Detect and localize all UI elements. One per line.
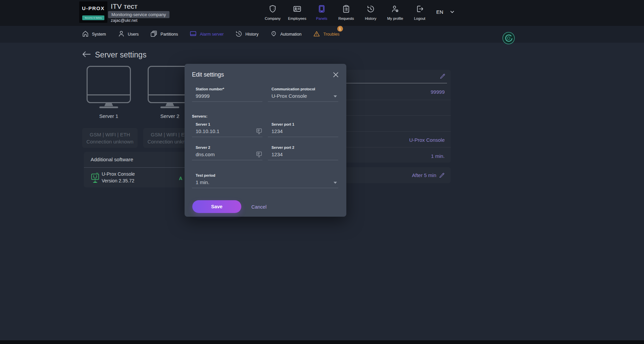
panel-device-icon — [317, 4, 326, 15]
test-period-select[interactable]: Test period 1 min. — [192, 173, 338, 188]
tab-system[interactable]: System — [82, 30, 106, 39]
page-title-row: Server settings — [82, 50, 146, 59]
app-window: U-PROX Security & Safety ITV тест Monito… — [0, 0, 644, 344]
station-number-value: 99999 — [431, 89, 445, 95]
after-setting-value: After 5 min — [412, 172, 436, 178]
after-setting-card: After 5 min — [336, 167, 451, 183]
cancel-button[interactable]: Cancel — [249, 204, 268, 210]
tab-automation[interactable]: Automation — [270, 30, 301, 39]
field-value: 99999 — [196, 93, 262, 99]
tab-troubles[interactable]: Troubles 1 — [313, 30, 339, 39]
history-clock-icon — [366, 4, 375, 15]
server-port2-field[interactable]: Server port 2 1234 — [268, 145, 338, 160]
server-list-icon[interactable] — [256, 151, 262, 158]
warning-triangle-icon — [313, 30, 320, 39]
nav-label: Requests — [338, 16, 354, 20]
section-tabs: System Users Partitions Alarm server His… — [0, 26, 644, 43]
tab-users[interactable]: Users — [117, 30, 139, 39]
nav-history[interactable]: History — [358, 4, 383, 20]
modal-title: Edit settings — [192, 71, 224, 78]
server2-address-field[interactable]: Server 2 dns.com — [192, 145, 262, 160]
nav-label: Employees — [288, 16, 306, 20]
window-bottom-edge — [0, 340, 644, 344]
divider — [336, 100, 451, 100]
field-value: 10.10.10.1 — [196, 128, 262, 134]
page-title: Server settings — [95, 50, 146, 59]
field-value: 1 min. — [196, 179, 338, 185]
field-label: Test period — [196, 173, 338, 177]
shield-icon — [268, 4, 277, 15]
primary-nav: Company Employees Panels Requests — [260, 4, 432, 20]
home-icon — [82, 30, 89, 39]
nav-employees[interactable]: Employees — [285, 4, 309, 20]
edit-pencil-icon[interactable] — [440, 73, 445, 80]
stacked-layers-icon — [150, 30, 158, 39]
uprox-logo-text: U-PROX — [79, 5, 107, 11]
tab-label: Partitions — [160, 32, 178, 37]
divider — [336, 83, 447, 83]
uprox-logo-tagline: Security & Safety — [82, 15, 104, 20]
uprox-logo[interactable]: U-PROX Security & Safety — [79, 1, 107, 23]
user-gear-icon — [391, 4, 400, 15]
station-number-field[interactable]: Station number* 99999 — [192, 87, 262, 102]
field-value: 1234 — [271, 128, 338, 134]
dropdown-arrow-icon — [334, 182, 337, 184]
back-arrow-icon[interactable] — [82, 51, 91, 59]
server1-monitor-icon — [87, 66, 131, 110]
nav-label: My profile — [387, 16, 403, 20]
nav-label: History — [365, 16, 376, 20]
nav-label: Panels — [316, 16, 328, 20]
test-period-value: 1 min. — [431, 153, 445, 159]
field-label: Station number* — [196, 87, 262, 91]
edit-settings-modal: Edit settings Station number* 99999 Comm… — [185, 64, 346, 217]
nav-company[interactable]: Company — [260, 4, 285, 20]
server1-connection-chip: GSM | WIFI | ETH Connection unknown — [82, 128, 138, 148]
field-label: Communication protocol — [271, 87, 338, 91]
server1-address-field[interactable]: Server 1 10.10.10.1 — [192, 122, 262, 137]
nav-requests[interactable]: Requests — [334, 4, 358, 20]
communication-protocol-select[interactable]: Communication protocol U-Prox Console — [268, 87, 338, 102]
save-button[interactable]: Save — [192, 200, 241, 213]
top-header: U-PROX Security & Safety ITV тест Monito… — [0, 0, 644, 26]
tab-label: Troubles — [323, 32, 339, 37]
close-icon[interactable] — [333, 72, 338, 77]
account-avatar[interactable] — [502, 32, 515, 44]
nav-my-profile[interactable]: My profile — [383, 4, 407, 20]
company-type-badge: Monitoring-service company — [108, 11, 169, 18]
dropdown-arrow-icon — [334, 95, 337, 97]
id-card-icon — [293, 4, 302, 15]
language-code: EN — [436, 9, 443, 15]
language-selector[interactable]: EN — [436, 9, 454, 15]
server1-name: Server 1 — [87, 113, 131, 119]
monitor-icon — [189, 30, 197, 39]
tab-history[interactable]: History — [235, 30, 258, 39]
edit-pencil-icon[interactable] — [439, 172, 445, 179]
clipboard-icon — [342, 4, 351, 15]
tab-alarm-server[interactable]: Alarm server — [189, 30, 224, 39]
user-email: zajac@ukr.net — [111, 18, 137, 23]
divider — [336, 115, 451, 116]
nav-panels[interactable]: Panels — [309, 4, 334, 20]
tab-label: Users — [128, 32, 139, 37]
server-list-icon[interactable] — [256, 128, 262, 134]
software-name: U-Prox Console — [102, 171, 135, 177]
tab-label: History — [245, 32, 258, 37]
field-label: Server port 1 — [271, 122, 338, 126]
software-version: Version 2.35.72 — [102, 178, 134, 183]
station-settings-card: 99999 U-Prox Console 1 min. — [336, 70, 451, 163]
nav-label: Company — [265, 16, 281, 20]
company-name: ITV тест — [111, 2, 138, 10]
nav-logout[interactable]: Logout — [407, 4, 432, 20]
servers-section-label: Servers: — [192, 114, 207, 118]
history-clock-icon — [235, 30, 243, 39]
field-value: U-Prox Console — [271, 93, 338, 99]
field-value: 1234 — [271, 152, 338, 157]
tab-label: System — [92, 32, 106, 37]
software-status: A — [179, 176, 182, 181]
connection-status: Connection unknown — [86, 139, 133, 144]
server-port1-field[interactable]: Server port 1 1234 — [268, 122, 338, 137]
nav-label: Logout — [414, 16, 426, 20]
logout-icon — [415, 4, 424, 15]
field-value: dns.com — [196, 152, 262, 157]
tab-partitions[interactable]: Partitions — [150, 30, 178, 39]
